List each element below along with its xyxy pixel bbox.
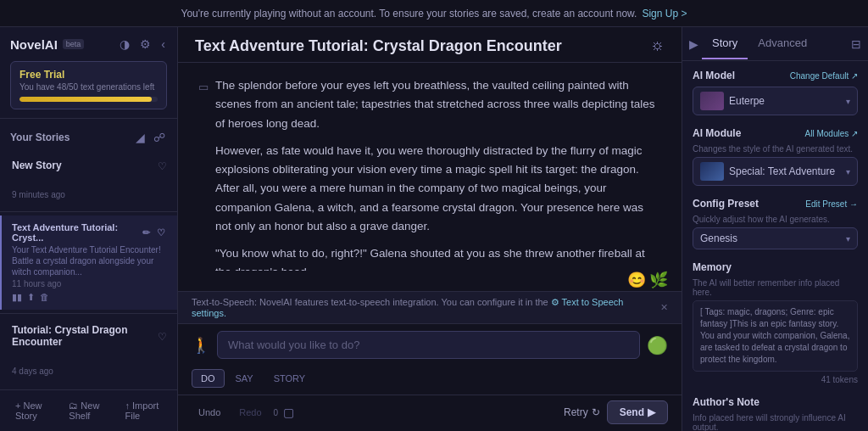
new-story-title: New Story (12, 160, 62, 171)
config-preset-desc: Quickly adjust how the AI generates. (693, 215, 858, 224)
copy-story-icon[interactable]: ▮▮ (12, 292, 22, 303)
ai-send-icon[interactable]: 🟢 (647, 335, 668, 355)
new-shelf-button[interactable]: 🗂 New Shelf (64, 397, 113, 424)
send-arrow-icon: ▶ (648, 406, 655, 418)
model-name: Euterpe (729, 95, 841, 107)
new-story-button[interactable]: + New Story (10, 397, 57, 424)
logo-icons: ◑ ⚙ ‹ (118, 36, 167, 53)
ai-module-selector[interactable]: Special: Text Adventure ▾ (693, 157, 858, 186)
tab-story[interactable]: Story (702, 28, 748, 59)
sidebar: NovelAI beta ◑ ⚙ ‹ Free Trial You have 4… (0, 27, 178, 431)
history-icon[interactable]: ▢ (283, 406, 294, 419)
emoji-row: 😊 🌿 (178, 271, 682, 289)
separator-2 (0, 313, 177, 314)
free-trial-subtitle: You have 48/50 text generations left (19, 82, 158, 92)
panel-settings-icon[interactable]: ⊟ (851, 37, 861, 51)
redo-button[interactable]: Redo (232, 404, 268, 421)
sidebar-bottom: + New Story 🗂 New Shelf ↑ Import File (0, 389, 177, 431)
memory-tokens: 41 tokens (693, 375, 858, 384)
memory-section: Memory The AI will better remember info … (693, 261, 858, 384)
retry-button[interactable]: Retry ↻ (564, 406, 600, 418)
active-story-time: 11 hours ago (12, 279, 167, 288)
logo-text: NovelAI (10, 37, 58, 52)
story2-item[interactable]: Tutorial: Crystal Dragon Encounter ♡ (0, 317, 177, 355)
module-name: Special: Text Adventure (729, 165, 841, 177)
mode-tab-do[interactable]: DO (192, 369, 225, 388)
logo-area: NovelAI beta ◑ ⚙ ‹ (10, 36, 167, 53)
signup-link[interactable]: Sign Up > (642, 8, 687, 20)
memory-text: [ Tags: magic, dragons; Genre: epic fant… (700, 307, 849, 364)
module-thumbnail (700, 162, 724, 181)
mode-tabs: DO SAY STORY (192, 369, 314, 388)
config-preset-section: Config Preset Edit Preset → Quickly adju… (693, 198, 858, 249)
progress-bar-fill (19, 97, 152, 102)
story-title: Text Adventure Tutorial: Crystal Dragon … (195, 37, 562, 55)
ai-model-link[interactable]: Change Default ↗ (790, 71, 858, 81)
config-preset-link[interactable]: Edit Preset → (805, 199, 858, 209)
active-story-item[interactable]: Text Adventure Tutorial: Cryst... ✏ ♡ Yo… (0, 216, 177, 310)
send-button[interactable]: Send ▶ (607, 400, 668, 424)
story-paragraph-2: However, as fate would have it, you were… (215, 142, 661, 236)
ai-model-title: AI Model (693, 70, 735, 81)
heart-story-icon[interactable]: ♡ (155, 226, 167, 240)
ai-module-link[interactable]: All Modules ↗ (805, 129, 858, 138)
new-story-heart-icon: ♡ (158, 160, 167, 172)
ai-module-header: AI Module All Modules ↗ (693, 127, 858, 139)
ai-model-header: AI Model Change Default ↗ (693, 70, 858, 81)
story-input[interactable] (217, 331, 640, 359)
banner-message: You're currently playing without an acco… (181, 8, 637, 20)
module-chevron-icon: ▾ (846, 167, 850, 176)
top-banner: You're currently playing without an acco… (0, 0, 868, 27)
walk-icon: 🚶 (192, 336, 210, 355)
config-preset-title: Config Preset (693, 198, 759, 210)
import-file-button[interactable]: ↑ Import File (120, 397, 167, 424)
memory-title: Memory (693, 261, 732, 273)
undo-count: 0 (274, 408, 279, 417)
story2-title: Tutorial: Crystal Dragon Encounter (12, 324, 158, 348)
settings-icon[interactable]: ⚙ (138, 36, 153, 53)
emoji-icon-2[interactable]: 🌿 (649, 271, 668, 289)
delete-story-icon[interactable]: 🗑 (40, 292, 49, 303)
story2-heart-icon: ♡ (158, 331, 167, 343)
tts-close-icon[interactable]: ✕ (660, 302, 668, 313)
filter-icon[interactable]: ◢ (134, 129, 147, 146)
story-paragraph-3: "You know what to do, right?!" Galena sh… (215, 244, 661, 271)
emoji-icon-1[interactable]: 😊 (627, 271, 646, 289)
ai-module-desc: Changes the style of the AI generated te… (693, 144, 858, 154)
memory-box[interactable]: [ Tags: magic, dragons; Genre: epic fant… (693, 300, 858, 372)
edit-story-icon[interactable]: ✏ (141, 226, 152, 240)
tab-advanced[interactable]: Advanced (748, 28, 817, 59)
active-story-desc: Your Text Adventure Tutorial Encounter! … (12, 244, 167, 277)
undo-redo-group: Undo Redo 0 ▢ (192, 404, 294, 421)
ai-module-title: AI Module (693, 127, 741, 139)
author-note-header: Author's Note (693, 396, 858, 408)
tts-banner: Text-to-Speech: NovelAI features text-to… (178, 291, 682, 323)
collapse-icon[interactable]: ‹ (159, 36, 167, 53)
model-thumbnail (700, 92, 724, 110)
free-trial-title: Free Trial (19, 69, 158, 81)
mode-tab-story[interactable]: STORY (264, 369, 315, 388)
story-title-bar: Text Adventure Tutorial: Crystal Dragon … (178, 27, 682, 63)
mode-tab-say[interactable]: SAY (226, 369, 263, 388)
theme-icon[interactable]: ◑ (118, 36, 131, 53)
active-story-title: Text Adventure Tutorial: Cryst... ✏ ♡ (12, 222, 167, 243)
tts-text: Text-to-Speech: NovelAI features text-to… (192, 297, 548, 307)
ai-model-selector[interactable]: Euterpe ▾ (693, 87, 858, 115)
panel-play-icon[interactable]: ▶ (689, 37, 698, 51)
stories-icons: ◢ ☍ (134, 129, 167, 146)
right-panel-header: ▶ Story Advanced ⊟ (682, 27, 868, 61)
story-settings-icon[interactable]: ⛭ (651, 39, 665, 54)
search-stories-icon[interactable]: ☍ (152, 129, 167, 146)
config-preset-selector[interactable]: Genesis ▾ (693, 227, 858, 249)
free-trial-box: Free Trial You have 48/50 text generatio… (10, 61, 167, 109)
model-chevron-icon: ▾ (846, 97, 850, 106)
stories-header: Your Stories ◢ ☍ (0, 126, 177, 149)
export-story-icon[interactable]: ⬆ (27, 292, 35, 303)
story-paragraph-1: The splendor before your eyes left you b… (215, 76, 661, 133)
your-stories-label: Your Stories (10, 132, 134, 143)
preset-chevron-icon: ▾ (846, 234, 850, 243)
author-note-section: Author's Note Info placed here will stro… (693, 396, 858, 431)
undo-button[interactable]: Undo (192, 404, 227, 421)
input-mode-bar: DO SAY STORY (178, 366, 682, 395)
new-story-item[interactable]: New Story ♡ (0, 153, 177, 179)
